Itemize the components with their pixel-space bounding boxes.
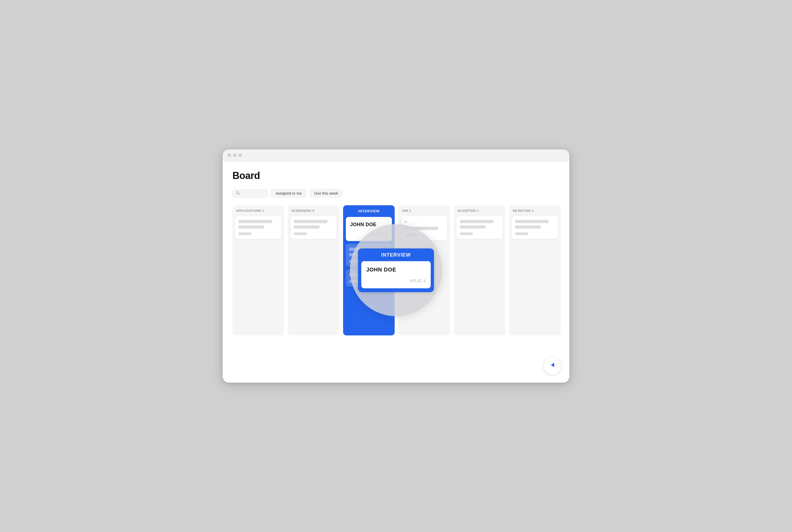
card-tag xyxy=(404,234,417,236)
column-header-screening: SCREENING 0 xyxy=(290,209,337,212)
kanban-card-interview[interactable]: JOHN DOE ATLJC-1 xyxy=(346,217,392,241)
column-header-accepted: ACCEPTED 1 xyxy=(456,209,503,212)
column-header-interview: INTERVIEW xyxy=(346,209,392,213)
card-tag xyxy=(239,232,251,235)
kanban-board: APPLICATIONS 1 SCREENING 0 INTERVIEW xyxy=(232,205,560,336)
due-this-week-filter[interactable]: Due this week xyxy=(310,189,343,198)
card-bar xyxy=(349,273,375,276)
svg-line-1 xyxy=(239,194,240,195)
page-title: Board xyxy=(232,170,560,182)
column-header-offer: ION 1 xyxy=(401,209,447,212)
card-bar xyxy=(294,225,320,229)
column-header-rejected: REJECTED 1 xyxy=(512,209,558,212)
traffic-light-maximize[interactable] xyxy=(239,153,242,157)
card-bar xyxy=(239,220,272,223)
kanban-column-interview: INTERVIEW JOHN DOE ATLJC-1 xyxy=(343,205,395,336)
kanban-card[interactable] xyxy=(346,269,392,287)
card-bar xyxy=(460,225,486,229)
browser-titlebar xyxy=(223,149,569,162)
kanban-card[interactable]: R xyxy=(401,216,447,240)
kanban-column-applications: APPLICATIONS 1 xyxy=(232,205,284,336)
card-bar xyxy=(349,253,375,256)
partial-text: R xyxy=(404,220,444,224)
toolbar: Assigned to me Due this week xyxy=(232,189,560,198)
search-box[interactable] xyxy=(232,189,268,198)
browser-window: Board Assigned to me Due this week APPLI… xyxy=(222,149,570,383)
kanban-column-accepted: ACCEPTED 1 xyxy=(454,205,505,336)
card-tag xyxy=(349,280,362,283)
brand-icon xyxy=(548,361,557,371)
card-tag xyxy=(515,232,528,235)
traffic-lights xyxy=(228,153,242,157)
browser-content: Board Assigned to me Due this week APPLI… xyxy=(223,162,569,383)
card-bar xyxy=(404,227,438,230)
card-tag xyxy=(460,232,473,235)
card-bar xyxy=(515,220,549,223)
brand-fab[interactable] xyxy=(544,357,561,375)
kanban-column-rejected: REJECTED 1 xyxy=(509,205,561,336)
card-bar xyxy=(239,225,264,229)
kanban-column-screening: SCREENING 0 xyxy=(288,205,339,336)
traffic-light-minimize[interactable] xyxy=(233,153,237,157)
card-bar xyxy=(349,248,383,251)
column-header-applications: APPLICATIONS 1 xyxy=(235,209,281,212)
card-tag xyxy=(349,260,362,263)
kanban-column-offer: ION 1 R xyxy=(398,205,450,336)
card-bar xyxy=(515,225,541,229)
kanban-card[interactable] xyxy=(235,216,281,239)
traffic-light-close[interactable] xyxy=(228,153,231,157)
kanban-card[interactable] xyxy=(512,216,558,239)
card-bar xyxy=(460,220,493,223)
card-bar xyxy=(294,220,327,223)
kanban-card[interactable] xyxy=(290,216,337,239)
ticket-id: ATLJC-1 xyxy=(350,232,388,236)
search-icon xyxy=(236,191,240,196)
kanban-card[interactable] xyxy=(456,216,503,239)
kanban-card[interactable] xyxy=(346,244,392,267)
assigned-to-me-filter[interactable]: Assigned to me xyxy=(271,189,306,198)
svg-marker-2 xyxy=(551,363,554,367)
card-tag xyxy=(294,232,307,235)
candidate-name: JOHN DOE xyxy=(350,222,388,228)
